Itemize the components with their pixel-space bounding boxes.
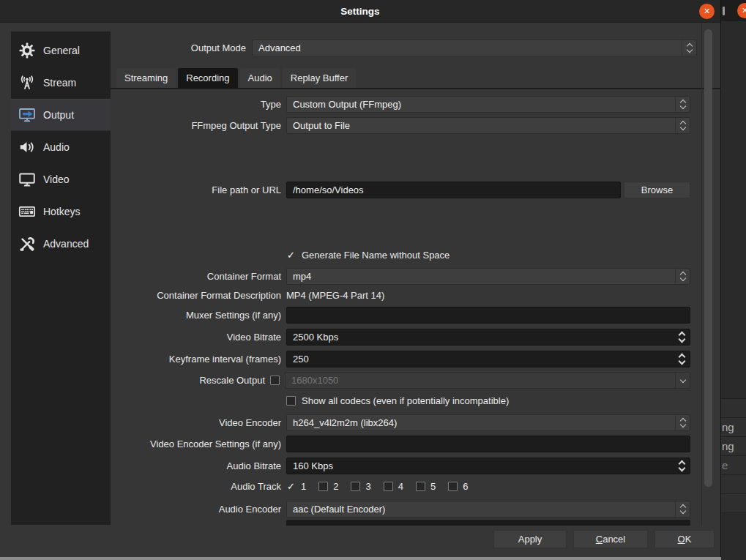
ok-accel: O [678,534,685,545]
tab-divider [111,88,721,89]
generate-filename-row: ✓ Generate File Name without Space [116,250,690,261]
chevron-down-icon [679,422,685,428]
footer-buttons: Apply Cancel OK [493,530,715,548]
combo-stepper[interactable] [675,501,690,517]
generate-filename-checkbox[interactable]: ✓ [286,250,296,260]
combo-stepper[interactable] [675,97,690,112]
sidebar-item-label: Output [43,109,74,121]
sidebar-item-label: Video [43,173,70,185]
list-item [721,399,746,418]
sidebar-item-hotkeys[interactable]: Hotkeys [11,195,111,228]
container-format-value: mp4 [293,271,311,282]
type-label: Type [116,99,281,110]
audio-encoder-select[interactable]: aac (Default Encoder) [286,501,690,518]
audio-bitrate-input[interactable] [286,458,690,474]
ffmpeg-output-type-label: FFmpeg Output Type [116,120,281,131]
sidebar-item-general[interactable]: General [11,34,111,67]
rescale-output-checkbox[interactable] [270,376,280,385]
file-path-label: File path or URL [116,184,281,195]
audio-encoder-label: Audio Encoder [116,504,281,515]
container-format-row: Container Format mp4 [116,268,690,285]
audio-track-3-checkbox[interactable] [351,482,360,491]
type-value: Custom Output (FFmpeg) [293,99,401,110]
combo-stepper[interactable] [675,415,690,430]
gear-icon [18,41,37,60]
vertical-scrollbar[interactable] [704,29,712,487]
tab-recording[interactable]: Recording [178,68,237,88]
screen: ✕ ng ng e Settings ✕ [0,0,746,560]
sidebar-item-stream[interactable]: Stream [11,67,111,99]
show-all-codecs-checkbox[interactable] [286,396,296,406]
cancel-button[interactable]: Cancel [573,530,648,548]
tab-replay-buffer[interactable]: Replay Buffer [283,68,357,88]
type-select[interactable]: Custom Output (FFmpeg) [286,96,690,113]
sidebar-item-video[interactable]: Video [11,163,111,195]
muxer-settings-input[interactable] [286,307,690,324]
ffmpeg-output-type-select[interactable]: Output to File [286,117,690,134]
keyframe-interval-input[interactable] [286,351,690,367]
tab-audio[interactable]: Audio [240,68,280,88]
chevron-down-icon [686,47,692,53]
spinner-buttons[interactable] [674,351,689,367]
output-mode-select[interactable]: Advanced [252,40,697,56]
audio-track-6-checkbox[interactable] [448,482,458,491]
output-tabs: Streaming Recording Audio Replay Buffer [116,68,356,88]
sidebar-item-label: Stream [43,77,76,89]
combo-stepper[interactable] [675,118,690,133]
audio-track-1-checkbox[interactable]: ✓ [286,482,296,491]
sidebar-item-audio[interactable]: Audio [11,131,111,163]
monitor-icon [18,170,37,189]
ffmpeg-output-type-row: FFmpeg Output Type Output to File [116,117,690,134]
titlebar[interactable]: Settings ✕ [0,0,720,23]
list-item [721,475,746,494]
combo-stepper[interactable] [682,40,696,56]
container-format-description-row: Container Format Description MP4 (MPEG-4… [116,290,690,301]
settings-dialog: Settings ✕ [0,0,721,560]
list-item: ng [721,418,746,437]
video-bitrate-row: Video Bitrate [116,329,690,346]
video-encoder-row: Video Encoder h264_v4l2m2m (libx264) [116,414,690,431]
browse-button[interactable]: Browse [624,182,690,198]
combo-stepper [675,373,690,388]
ffmpeg-output-type-value: Output to File [293,120,350,131]
spinner-buttons[interactable] [674,458,689,474]
chevron-down-icon [678,358,685,365]
apply-button[interactable]: Apply [493,530,567,548]
speaker-icon [18,138,37,157]
sidebar-item-label: General [43,45,80,56]
list-item: e [721,456,746,475]
spinner-buttons[interactable] [674,329,689,346]
file-path-input[interactable] [286,182,621,198]
list-item: ng [721,437,746,456]
keyboard-icon [18,202,37,221]
cancel-accel: C [596,534,603,545]
close-icon[interactable]: ✕ [699,4,715,19]
video-encoder-select[interactable]: h264_v4l2m2m (libx264) [286,414,690,431]
background-window: ✕ ng ng e [721,0,746,560]
show-all-codecs-row: Show all codecs (even if potentially inc… [116,395,690,406]
audio-track-4-checkbox[interactable] [384,482,393,491]
audio-track-6-label: 6 [463,481,468,492]
audio-track-label: Audio Track [116,481,281,492]
sidebar-item-output[interactable]: Output [11,99,111,131]
chevron-down-icon [679,508,685,514]
ok-rest: K [685,534,692,545]
background-list: ng ng e [721,398,746,513]
audio-track-5-checkbox[interactable] [416,482,425,491]
video-bitrate-input[interactable] [286,329,690,346]
audio-encoder-row: Audio Encoder aac (Default Encoder) [116,501,690,518]
muxer-settings-label: Muxer Settings (if any) [116,310,281,321]
clipped-next-field [286,520,690,526]
sidebar-item-label: Advanced [43,238,89,250]
keyframe-interval-label: Keyframe interval (frames) [116,354,281,365]
audio-track-1-label: 1 [301,481,306,492]
container-format-description-value: MP4 (MPEG-4 Part 14) [286,290,384,301]
audio-track-2-checkbox[interactable] [318,482,328,491]
ok-button[interactable]: OK [654,530,715,548]
video-encoder-settings-input[interactable] [286,436,690,452]
container-format-select[interactable]: mp4 [286,268,690,285]
sidebar-item-advanced[interactable]: Advanced [11,228,111,260]
tab-streaming[interactable]: Streaming [116,68,176,88]
output-mode-value: Advanced [258,42,301,53]
combo-stepper[interactable] [675,269,690,284]
